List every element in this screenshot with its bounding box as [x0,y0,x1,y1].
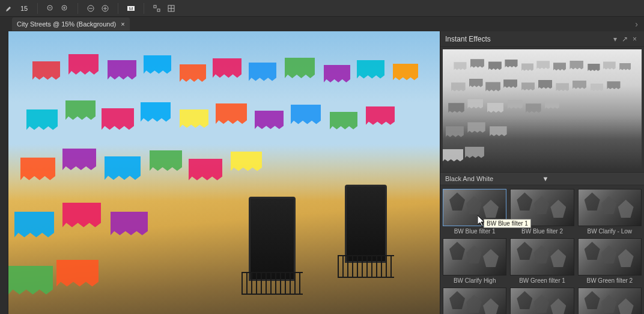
thumbnail-image [578,189,642,226]
top-toolbar: 15 M [0,0,644,17]
papel-flag [144,55,171,77]
effect-thumbnail[interactable]: BW Green filter 2 [578,238,642,284]
panel-undock-icon[interactable]: ↗ [619,35,630,43]
thumbnail-image [443,238,506,276]
tooltip: BW Blue filter 1 [484,219,531,228]
papel-flag [8,266,53,300]
papel-flag [102,108,134,134]
effect-preview [443,49,642,170]
papel-flag [56,260,99,291]
papel-flag [150,150,182,174]
increase-icon[interactable] [100,3,111,14]
thumbnail-image [510,238,574,276]
papel-flag [141,102,171,125]
svg-rect-12 [154,5,156,8]
effect-thumbnail[interactable] [443,288,506,314]
papel-flag [216,103,247,128]
papel-flag [105,156,141,184]
papel-flag [324,65,350,85]
balcony [338,255,394,278]
canvas-image [8,31,440,314]
toolbar-divider [77,3,78,14]
building-window [249,197,296,281]
chevron-down-icon: ▼ [542,175,640,182]
brush-size-value[interactable]: 15 [18,5,30,12]
papel-flag [213,58,242,81]
papel-flag [62,203,101,232]
toolbar-divider [37,3,38,14]
left-gutter [0,31,8,314]
main-area: Instant Effects ▾ ↗ × Black And White ▼ … [0,31,644,314]
zoom-out-icon[interactable] [45,3,56,14]
papel-flag [62,149,96,174]
papel-flag [65,100,96,123]
panel-title: Instant Effects [445,35,611,43]
tab-next-icon[interactable]: › [629,19,644,29]
papel-flag [255,111,284,132]
papel-flag [357,60,384,82]
mode-icon[interactable]: M [126,3,136,14]
thumbnail-image [578,288,642,314]
grid-icon[interactable] [166,3,177,14]
papel-flag [330,112,357,132]
papel-flag [180,64,206,85]
papel-flag [231,152,262,174]
papel-flag [393,64,418,83]
papel-flag [285,58,315,82]
decrease-icon[interactable] [85,3,96,14]
papel-flag [291,105,321,128]
svg-rect-13 [157,9,160,11]
cursor-icon [478,215,486,227]
svg-text:M: M [129,6,133,11]
expand-icon[interactable] [151,3,162,14]
close-icon[interactable]: × [121,20,124,28]
effect-thumbnail[interactable] [510,288,574,314]
papel-flag [26,109,58,134]
papel-flag [111,212,148,239]
papel-flag [20,158,55,184]
effect-thumbnail[interactable]: BW Green filter 1 [510,238,574,284]
thumbnail-image [510,288,574,314]
papel-flag [108,60,136,83]
panel-header: Instant Effects ▾ ↗ × [440,31,644,47]
document-tab-title: City Streets @ 15% (Background) [17,20,116,28]
effect-thumbnail[interactable]: BW Clarify - Low [578,189,642,235]
effect-thumbnail[interactable]: BW Clarify High [443,238,506,284]
zoom-in-icon[interactable] [59,3,70,14]
papel-flag [249,63,276,84]
thumbnail-image [578,238,642,276]
papel-flag [68,54,99,78]
papel-flag [189,159,222,184]
toolbar-divider [118,3,118,14]
thumbnail-label: BW Green filter 1 [510,276,574,284]
document-tab[interactable]: City Streets @ 15% (Background) × [12,17,130,31]
effect-category-label: Black And White [445,175,542,182]
thumbnail-label: BW Clarify High [443,276,506,284]
thumbnail-image [443,288,506,314]
papel-flag [366,106,395,128]
effect-category-dropdown[interactable]: Black And White ▼ [440,172,644,185]
panel-menu-icon[interactable]: ▾ [611,35,619,43]
effect-thumbnail[interactable] [578,288,642,314]
papel-flag [32,61,60,83]
brush-icon[interactable] [4,3,14,14]
building-window [345,185,387,263]
canvas[interactable] [8,31,440,314]
panel-close-icon[interactable]: × [630,35,639,43]
toolbar-divider [144,3,144,14]
effect-thumbnail[interactable]: BW Blue filter 1BW Blue filter 1 [443,189,506,235]
papel-flag [180,109,208,131]
papel-flag [14,212,54,242]
document-tabbar: City Streets @ 15% (Background) × › [0,17,644,31]
effect-thumbnails: BW Blue filter 1BW Blue filter 1BW Blue … [440,185,644,314]
thumbnail-label: BW Green filter 2 [578,276,642,284]
balcony [242,272,303,295]
instant-effects-panel: Instant Effects ▾ ↗ × Black And White ▼ … [440,31,644,314]
thumbnail-label: BW Clarify - Low [578,226,642,235]
